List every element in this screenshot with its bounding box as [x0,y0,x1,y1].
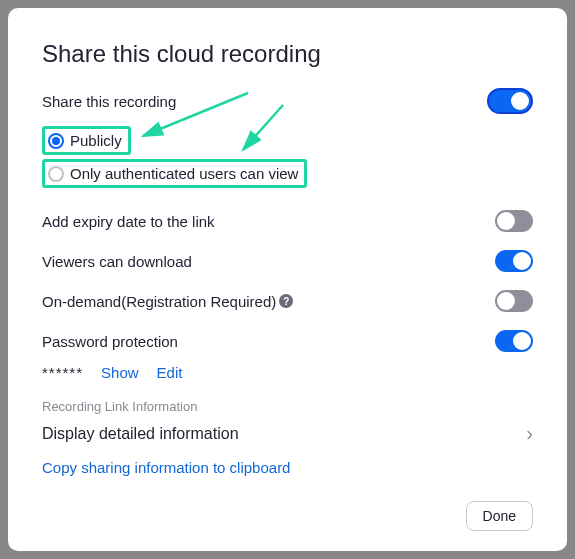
password-edit-link[interactable]: Edit [157,364,183,381]
share-recording-toggle[interactable] [487,88,533,114]
password-row: Password protection [42,330,533,352]
modal-title: Share this cloud recording [42,40,533,68]
radio-option-auth-only[interactable]: Only authenticated users can view [42,159,307,188]
link-info-section-label: Recording Link Information [42,399,533,414]
share-recording-row: Share this recording [42,88,533,114]
display-detail-row[interactable]: Display detailed information › [42,422,533,445]
radio-label-publicly: Publicly [70,132,122,149]
radio-icon [48,166,64,182]
radio-label-auth-only: Only authenticated users can view [70,165,298,182]
toggle-knob [513,252,531,270]
modal-footer: Done [42,501,533,531]
toggle-knob [511,92,529,110]
toggle-knob [497,212,515,230]
ondemand-label: On-demand(Registration Required) [42,293,276,310]
share-recording-modal: Share this cloud recording Share this re… [8,8,567,551]
download-toggle[interactable] [495,250,533,272]
ondemand-row: On-demand(Registration Required) ? [42,290,533,312]
chevron-right-icon: › [526,422,533,445]
radio-option-publicly[interactable]: Publicly [42,126,131,155]
expiry-row: Add expiry date to the link [42,210,533,232]
help-icon[interactable]: ? [279,294,293,308]
toggle-knob [497,292,515,310]
done-button[interactable]: Done [466,501,533,531]
ondemand-toggle[interactable] [495,290,533,312]
password-label: Password protection [42,333,178,350]
radio-icon [48,133,64,149]
password-toggle[interactable] [495,330,533,352]
expiry-toggle[interactable] [495,210,533,232]
download-row: Viewers can download [42,250,533,272]
expiry-label: Add expiry date to the link [42,213,215,230]
password-mask: ****** [42,364,83,381]
copy-sharing-info-link[interactable]: Copy sharing information to clipboard [42,459,533,476]
toggle-knob [513,332,531,350]
password-value-row: ****** Show Edit [42,364,533,381]
download-label: Viewers can download [42,253,192,270]
display-detail-label: Display detailed information [42,425,239,443]
share-visibility-group: Publicly Only authenticated users can vi… [42,126,533,192]
ondemand-label-wrap: On-demand(Registration Required) ? [42,293,293,310]
password-show-link[interactable]: Show [101,364,139,381]
share-recording-label: Share this recording [42,93,176,110]
